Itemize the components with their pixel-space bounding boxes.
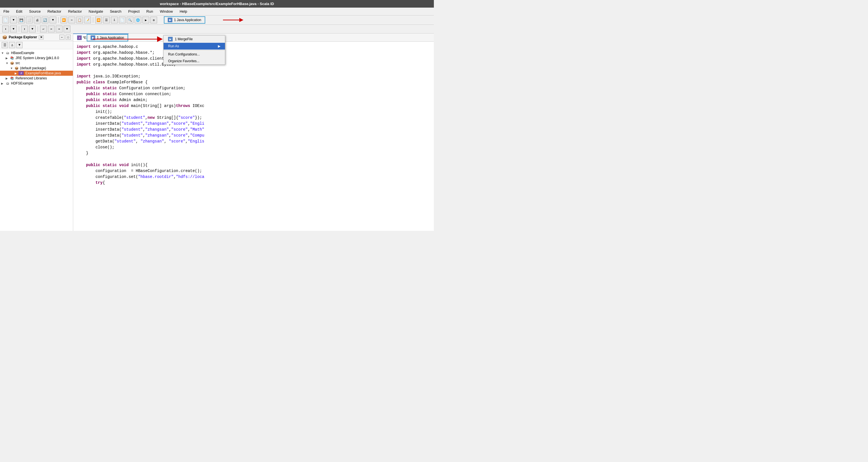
title-text: workspace - HBaseExample/src/ExampleForH… — [160, 2, 274, 6]
menu-run[interactable]: Run — [145, 9, 154, 14]
merge-file-label: 1 MergeFile — [175, 37, 193, 41]
menu-refactor2[interactable]: Refactor — [67, 9, 83, 14]
sidebar: 📦 Package Explorer ✕ − □ ☰ ⚓ ▼ ▼ 🗂 HBase… — [0, 33, 73, 231]
code-line-4: import org.apache.hadoop.hbase.util.Byte… — [76, 62, 431, 68]
tb2-btn1[interactable]: ⬇ — [2, 26, 9, 32]
tb-btn14[interactable]: 📄 — [119, 17, 126, 23]
code-line-3: import org.apache.hadoop.hbase.client.*; — [76, 56, 431, 62]
menu-search[interactable]: Search — [109, 9, 122, 14]
tb-btn7[interactable]: ⏩ — [61, 17, 67, 23]
menu-edit[interactable]: Edit — [15, 9, 23, 14]
code-line-7: public class ExampleForHBase { — [76, 80, 431, 85]
merge-file-item[interactable]: ▶ 1 MergeFile — [163, 35, 225, 43]
run-as-arrow: ▶ — [218, 44, 220, 48]
code-line-23: configuration.set("hbase.rootdir","hdfs:… — [76, 174, 431, 180]
editor-content[interactable]: import org.apache.hadoop.c import org.ap… — [73, 42, 434, 231]
menu-source[interactable]: Source — [28, 9, 42, 14]
tb-btn13[interactable]: i — [111, 17, 118, 23]
arrow-default-package: ▼ — [10, 67, 14, 70]
editor-area: J *ExampleForHBase.java ✕ import org.apa… — [73, 33, 434, 231]
tree-default-package[interactable]: ▼ 📦 (default package) — [0, 66, 73, 71]
menu-file[interactable]: File — [2, 9, 10, 14]
run-as-item[interactable]: Run As ▶ — [163, 43, 225, 50]
tb2-btn8[interactable]: ▼ — [64, 26, 70, 32]
close-package-explorer-icon[interactable]: ✕ — [39, 35, 44, 39]
tb-btn16[interactable]: 🌐 — [134, 17, 141, 23]
title-bar: workspace - HBaseExample/src/ExampleForH… — [0, 0, 434, 8]
minimize-sidebar-btn[interactable]: − — [59, 35, 64, 40]
tree-referenced-libraries[interactable]: ▶ 📚 Referenced Libraries — [0, 76, 73, 81]
maximize-sidebar-btn[interactable]: □ — [66, 35, 71, 40]
arrow-src: ▼ — [6, 62, 9, 65]
sep3 — [19, 26, 19, 32]
editor-tabs: J *ExampleForHBase.java ✕ — [73, 33, 434, 42]
collapse-all-btn[interactable]: ☰ — [2, 42, 8, 48]
tb2-btn3[interactable]: ⬆ — [21, 26, 28, 32]
code-line-5 — [76, 68, 431, 73]
run-configurations-item[interactable]: Run Configurations... — [163, 51, 225, 58]
tb2-btn2[interactable]: ▼ — [10, 26, 17, 32]
tab-java-icon: J — [77, 35, 82, 40]
tree-hbaseexample[interactable]: ▼ 🗂 HBaseExample — [0, 51, 73, 56]
tree-jre[interactable]: ▶ 📚 JRE System Library [jdk1.8.0 — [0, 56, 73, 61]
code-line-6: import java.io.IOException; — [76, 73, 431, 80]
editor-tab-label: *ExampleForHBase.java — [83, 36, 120, 40]
merge-file-icon: ▶ — [168, 37, 173, 41]
code-line-8: public static Configuration configuratio… — [76, 85, 431, 91]
label-hbaseexample: HBaseExample — [11, 51, 34, 55]
organize-favorites-item[interactable]: Organize Favorites... — [163, 58, 225, 64]
close-tab-icon[interactable]: ✕ — [122, 36, 124, 40]
save-btn[interactable]: 💾 — [18, 17, 25, 23]
menu-help[interactable]: Help — [179, 9, 188, 14]
tree-exampleforhbase[interactable]: ▶ J ExampleForHBase.java — [0, 71, 73, 76]
tb-btn4[interactable]: 🖨 — [34, 17, 40, 23]
tb-btn10[interactable]: 📝 — [84, 17, 91, 23]
code-line-18: close(); — [76, 145, 431, 150]
code-line-22: configuration = HBaseConfiguration.creat… — [76, 168, 431, 174]
sep1 — [58, 17, 59, 23]
label-jre: JRE System Library [jdk1.8.0 — [16, 56, 59, 60]
icon-hbaseexample: 🗂 — [5, 51, 10, 55]
menu-refactor1[interactable]: Refactor — [46, 9, 62, 14]
code-line-19: } — [76, 150, 431, 156]
sep2 — [93, 17, 93, 23]
icon-referenced-libraries: 📚 — [9, 76, 14, 80]
code-line-10: public static Admin admin; — [76, 97, 431, 103]
tb-btn6[interactable]: ▼ — [50, 17, 56, 23]
menu-window[interactable]: Window — [159, 9, 174, 14]
link-editor-btn[interactable]: ⚓ — [9, 42, 15, 48]
tb-btn9[interactable]: 📋 — [76, 17, 83, 23]
code-line-17: getData("student", "zhangsan", "score","… — [76, 138, 431, 145]
code-line-15: insertData("student","zhangsan","score",… — [76, 127, 431, 133]
run-java-icon: ▶ — [168, 18, 172, 22]
tree-hdfsexample[interactable]: ▶ 🗂 HDFSExample — [0, 81, 73, 86]
tb-btn11[interactable]: ⏪ — [95, 17, 102, 23]
tb-btn3[interactable]: ⬜ — [26, 17, 33, 23]
tb-btn12[interactable]: ☰ — [103, 17, 110, 23]
arrow-jre: ▶ — [6, 57, 9, 60]
run-java-button[interactable]: ▶ 1 Java Application — [164, 16, 205, 24]
tb-btn17[interactable]: ▶ — [143, 17, 149, 23]
organize-favorites-label: Organize Favorites... — [168, 59, 199, 63]
tb-btn2[interactable]: ▼ — [10, 17, 17, 23]
code-line-12: init(); — [76, 109, 431, 115]
view-menu-btn[interactable]: ▼ — [16, 42, 23, 48]
tb2-btn4[interactable]: ▼ — [29, 26, 36, 32]
editor-tab-main[interactable]: J *ExampleForHBase.java ✕ — [73, 33, 129, 41]
tb2-btn5[interactable]: ↩ — [40, 26, 47, 32]
tb-btn5[interactable]: 🔄 — [42, 17, 49, 23]
tb2-btn7[interactable]: ➡ — [56, 26, 62, 32]
tree-src[interactable]: ▼ 📦 src — [0, 61, 73, 66]
code-line-11: public static void main(String[] args)th… — [76, 103, 431, 109]
tb2-btn6[interactable]: ⬅ — [48, 26, 55, 32]
menu-navigate[interactable]: Navigate — [88, 9, 104, 14]
tb-btn8[interactable]: ✂ — [68, 17, 75, 23]
menu-project[interactable]: Project — [127, 9, 141, 14]
tb-btn18[interactable]: ⚙ — [150, 17, 157, 23]
tb-btn15[interactable]: 🔍 — [127, 17, 133, 23]
icon-hdfsexample: 🗂 — [5, 81, 10, 85]
run-dropdown-menu: ▶ 1 MergeFile Run As ▶ Run Configuration… — [163, 35, 225, 65]
sidebar-header: 📦 Package Explorer ✕ − □ — [0, 33, 73, 41]
new-btn[interactable]: 📄 — [2, 17, 9, 23]
label-default-package: (default package) — [20, 66, 46, 70]
